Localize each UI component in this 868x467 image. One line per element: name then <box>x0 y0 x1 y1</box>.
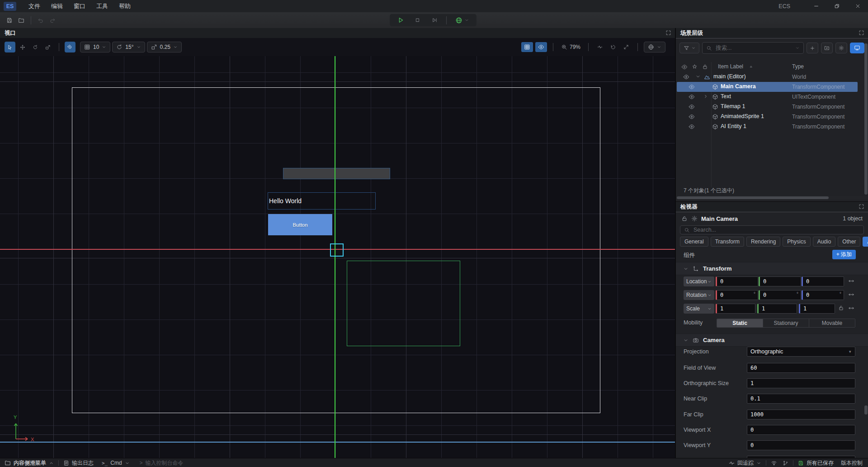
minimize-button[interactable] <box>806 0 826 12</box>
rotation-snap-dropdown[interactable]: 15° <box>112 42 145 52</box>
save-status[interactable]: 所有已保存 <box>798 459 834 467</box>
world-dropdown[interactable] <box>644 42 665 52</box>
unlock-icon[interactable] <box>681 215 688 222</box>
menu-file[interactable]: 文件 <box>24 0 45 12</box>
network-status-icon[interactable] <box>771 460 777 466</box>
scale-tool-button[interactable] <box>42 42 53 52</box>
rotation-dropdown[interactable]: Rotation <box>684 290 714 300</box>
stats-button[interactable] <box>594 42 605 52</box>
stop-button[interactable] <box>411 15 424 26</box>
move-tool-button[interactable] <box>17 42 28 52</box>
scale-z-input[interactable] <box>799 304 835 314</box>
close-button[interactable] <box>847 0 868 12</box>
hierarchy-row-ai-entity[interactable]: AI Entity 1 TransformComponent <box>677 122 858 132</box>
hierarchy-hscrollbar[interactable] <box>676 196 868 200</box>
mobility-static[interactable]: Static <box>717 319 763 327</box>
hierarchy-search[interactable] <box>702 42 804 54</box>
console-command-input[interactable]: > 输入控制台命令 <box>140 459 184 467</box>
undo-button[interactable] <box>35 14 47 26</box>
add-entity-button[interactable] <box>807 43 818 53</box>
link-values-icon[interactable] <box>848 291 854 298</box>
item-label-column[interactable]: Item Label <box>718 63 743 70</box>
eye-icon[interactable] <box>683 74 689 80</box>
scene-object-text[interactable]: Hello World <box>268 192 376 210</box>
visibility-button[interactable] <box>535 42 547 52</box>
hierarchy-search-input[interactable] <box>715 44 793 52</box>
eye-icon[interactable] <box>689 94 695 100</box>
content-drawer-button[interactable]: 内容侧滑菜单 <box>5 459 54 467</box>
eye-icon[interactable] <box>689 104 695 110</box>
location-z-input[interactable] <box>802 276 844 286</box>
tab-general[interactable]: General <box>680 237 708 247</box>
mobility-stationary[interactable]: Stationary <box>763 319 809 327</box>
hierarchy-row-tilemap[interactable]: Tilemap 1 TransformComponent <box>677 102 858 112</box>
trace-dropdown[interactable]: 回追踪 <box>729 459 761 467</box>
chevron-down-icon[interactable] <box>695 74 701 79</box>
maximize-button[interactable] <box>826 0 847 12</box>
tab-all[interactable]: All <box>863 237 868 247</box>
star-column-icon[interactable] <box>692 64 698 70</box>
add-component-button[interactable]: + 添加 <box>832 250 856 259</box>
scale-x-input[interactable] <box>716 304 755 314</box>
unlock-icon[interactable] <box>838 305 844 311</box>
viewport-y-input[interactable] <box>747 440 855 450</box>
inspector-fullscreen-button[interactable] <box>859 204 864 210</box>
scene-canvas[interactable]: Hello World Button Y X <box>0 56 675 458</box>
near-clip-input[interactable] <box>747 394 855 404</box>
transform-section-header[interactable]: Transform <box>676 262 868 275</box>
location-x-input[interactable] <box>716 276 758 286</box>
select-tool-button[interactable] <box>5 42 15 52</box>
link-values-icon[interactable] <box>848 305 854 311</box>
eye-icon[interactable] <box>689 114 695 120</box>
zoom-level-button[interactable]: 79% <box>559 42 582 52</box>
save-button[interactable] <box>4 14 15 26</box>
viewport-fullscreen-button[interactable] <box>665 30 671 36</box>
chevron-right-icon[interactable] <box>703 94 708 99</box>
display-mode-button[interactable] <box>850 43 864 53</box>
filter-dropdown[interactable] <box>679 43 699 53</box>
mobility-movable[interactable]: Movable <box>809 319 855 327</box>
hierarchy-row-main-camera[interactable]: Main Camera TransformComponent <box>677 82 858 92</box>
output-log-button[interactable]: 输出日志 <box>63 459 94 467</box>
menu-tools[interactable]: 工具 <box>91 0 113 12</box>
tab-audio[interactable]: Audio <box>813 237 836 247</box>
selection-handle[interactable] <box>330 243 344 257</box>
link-values-icon[interactable] <box>848 278 854 284</box>
projection-dropdown[interactable]: Orthographic <box>747 347 855 357</box>
menu-edit[interactable]: 编辑 <box>46 0 68 12</box>
hscrollbar-thumb[interactable] <box>677 196 829 199</box>
hierarchy-row-text[interactable]: Text UITextComponent <box>677 92 858 102</box>
version-control-button[interactable]: 版本控制 <box>841 459 863 467</box>
location-dropdown[interactable]: Location <box>684 276 714 286</box>
inspector-search-input[interactable] <box>693 226 860 234</box>
scene-object-region[interactable] <box>347 261 460 346</box>
cmd-dropdown[interactable]: >_ Cmd <box>102 460 130 466</box>
step-button[interactable] <box>428 15 441 26</box>
new-folder-button[interactable] <box>821 43 833 53</box>
far-clip-input[interactable] <box>747 410 855 419</box>
camera-section-header[interactable]: Camera <box>676 334 868 347</box>
tab-transform[interactable]: Transform <box>711 237 744 247</box>
scale-dropdown[interactable]: Scale <box>684 304 714 314</box>
redo-button[interactable] <box>47 14 58 26</box>
hierarchy-fullscreen-button[interactable] <box>859 30 864 36</box>
maximize-viewport-button[interactable] <box>621 42 632 52</box>
inspector-vscrollbar[interactable] <box>864 405 868 415</box>
viewport-x-input[interactable] <box>747 425 855 435</box>
rotation-x-input[interactable] <box>716 290 758 300</box>
show-grid-button[interactable] <box>521 42 533 52</box>
branch-icon[interactable] <box>783 460 788 466</box>
rotation-z-input[interactable] <box>802 290 844 300</box>
grid-snap-dropdown[interactable]: 10 <box>80 42 110 52</box>
app-logo[interactable]: ES <box>4 2 16 11</box>
tab-other[interactable]: Other <box>838 237 860 247</box>
scene-object-button[interactable]: Button <box>268 214 332 235</box>
eye-column-icon[interactable] <box>681 64 688 70</box>
menu-help[interactable]: 帮助 <box>114 0 136 12</box>
gear-icon[interactable] <box>691 215 698 222</box>
hierarchy-row-animatedsprite[interactable]: AnimatedSprite 1 TransformComponent <box>677 112 858 122</box>
orthographic-size-input[interactable] <box>747 378 855 388</box>
scale-snap-dropdown[interactable]: 0.25 <box>147 42 182 52</box>
play-button[interactable] <box>394 15 407 26</box>
open-project-button[interactable] <box>15 14 27 26</box>
